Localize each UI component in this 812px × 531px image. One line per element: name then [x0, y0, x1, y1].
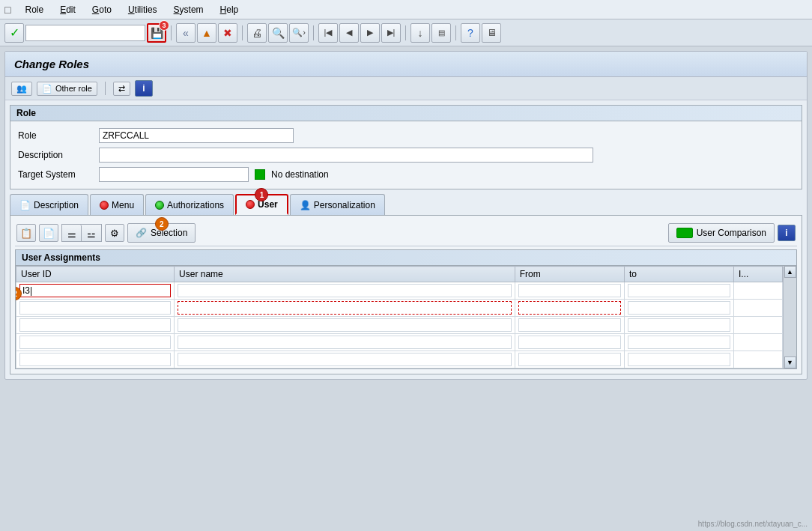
help-button[interactable]: ? — [461, 23, 480, 43]
userid-cell-5[interactable] — [16, 351, 175, 368]
tab-menu[interactable]: Menu — [90, 194, 144, 215]
save-button[interactable]: 💾 3 — [147, 23, 166, 43]
from-input-5[interactable] — [518, 353, 621, 366]
role-input[interactable] — [99, 128, 294, 143]
userid-cell-2[interactable] — [16, 300, 175, 317]
username-cell-3[interactable] — [175, 317, 515, 334]
from-input-2[interactable] — [518, 301, 621, 315]
find-next-button[interactable]: 🔍› — [289, 23, 309, 43]
monitor-button[interactable]: 🖥 — [482, 23, 501, 43]
tab-description[interactable]: 📄 Description — [10, 194, 88, 215]
tab-personalization[interactable]: 👤 Personalization — [290, 194, 385, 215]
no-destination-checkbox[interactable] — [255, 169, 265, 180]
nav-down-button[interactable]: ↓ — [410, 23, 430, 43]
userid-input-2[interactable] — [19, 301, 171, 315]
selection-label: Selection — [151, 228, 187, 238]
to-cell-3[interactable] — [624, 317, 733, 334]
to-cell-2[interactable] — [624, 300, 733, 317]
from-cell-2[interactable] — [515, 300, 624, 317]
userid-cell-1[interactable] — [16, 282, 175, 300]
from-input-3[interactable] — [518, 318, 621, 332]
username-input-4[interactable] — [178, 336, 512, 349]
description-input[interactable] — [99, 148, 593, 163]
info-cell-2 — [734, 300, 783, 317]
table-row — [16, 334, 783, 351]
userid-input-4[interactable] — [19, 336, 171, 349]
from-cell-3[interactable] — [515, 317, 624, 334]
username-input-5[interactable] — [178, 353, 512, 366]
menu-role[interactable]: Role — [22, 4, 46, 16]
userid-input-1[interactable] — [19, 284, 171, 297]
col-info: I... — [734, 267, 783, 282]
user-copy-button[interactable]: 📋 — [16, 224, 36, 242]
tab-authorizations[interactable]: Authorizations — [145, 194, 234, 215]
from-input-1[interactable] — [518, 284, 621, 297]
main-content: Change Roles 👥 📄 Other role ⇄ i Role Rol… — [4, 51, 808, 380]
grid-view-button[interactable]: ⚌ — [62, 225, 82, 242]
from-cell-5[interactable] — [515, 351, 624, 368]
to-input-2[interactable] — [628, 301, 730, 315]
from-cell-1[interactable] — [515, 282, 624, 300]
username-input-2[interactable] — [178, 301, 512, 315]
username-cell-5[interactable] — [175, 351, 515, 368]
to-input-4[interactable] — [628, 336, 730, 349]
info-button[interactable]: i — [135, 80, 153, 97]
command-input[interactable] — [25, 25, 145, 41]
menu-tab-radio — [100, 201, 109, 210]
print-button[interactable]: 🖨 — [247, 23, 267, 43]
from-input-4[interactable] — [518, 336, 621, 349]
username-cell-2[interactable] — [175, 300, 515, 317]
to-cell-5[interactable] — [624, 351, 733, 368]
to-input-1[interactable] — [628, 284, 730, 297]
to-cell-4[interactable] — [624, 334, 733, 351]
divider-1 — [105, 82, 106, 95]
userid-cell-4[interactable] — [16, 334, 175, 351]
user-assignments-section: User Assignments 2 User ID User name — [15, 249, 797, 369]
username-cell-1[interactable] — [175, 282, 515, 300]
scroll-down-button[interactable]: ▼ — [784, 356, 796, 368]
userid-input-3[interactable] — [19, 318, 171, 332]
other-role-button[interactable]: 📄 Other role — [37, 82, 97, 96]
next-button[interactable]: ▶ — [360, 23, 380, 43]
up-button[interactable]: ▲ — [197, 23, 216, 43]
doc-icon: 📄 — [42, 84, 52, 94]
prev-button[interactable]: ◀ — [339, 23, 359, 43]
menu-edit[interactable]: Edit — [58, 4, 78, 16]
people-icon-btn[interactable]: 👥 — [11, 82, 32, 96]
menu-system[interactable]: System — [172, 4, 206, 16]
user-tab-radio — [246, 200, 255, 209]
menu-goto[interactable]: Goto — [90, 4, 114, 16]
toolbar: ✓ 💾 3 « ▲ ✖ 🖨 🔍 🔍› |◀ ◀ ▶ ▶| ↓ ▤ ? 🖥 — [0, 19, 812, 46]
user-info-button[interactable]: i — [778, 225, 796, 241]
target-system-input[interactable] — [99, 167, 249, 182]
settings-button[interactable]: ⚙ — [105, 224, 124, 242]
tab-user[interactable]: User 1 — [235, 194, 288, 215]
to-input-3[interactable] — [628, 318, 730, 332]
menu-tab-label: Menu — [112, 200, 134, 210]
userid-input-5[interactable] — [19, 353, 171, 366]
menu-help[interactable]: Help — [218, 4, 241, 16]
userid-cell-3[interactable] — [16, 317, 175, 334]
back-button[interactable]: « — [176, 23, 196, 43]
icon-group-1: ⚌ ⚍ — [61, 224, 102, 242]
username-input-3[interactable] — [178, 318, 512, 332]
nav-split-button[interactable]: ▤ — [431, 23, 451, 43]
username-cell-4[interactable] — [175, 334, 515, 351]
check-button[interactable]: ✓ — [4, 23, 24, 43]
list-view-button[interactable]: ⚍ — [82, 225, 101, 242]
to-input-5[interactable] — [628, 353, 730, 366]
stop-button[interactable]: ✖ — [218, 23, 237, 43]
last-button[interactable]: ▶| — [381, 23, 401, 43]
menu-utilities[interactable]: Utilities — [126, 4, 160, 16]
to-cell-1[interactable] — [624, 282, 733, 300]
user-comparison-button[interactable]: User Comparison — [668, 223, 775, 243]
user-paste-button[interactable]: 📄 — [39, 224, 58, 242]
scroll-up-button[interactable]: ▲ — [784, 266, 796, 278]
description-label: Description — [18, 150, 93, 160]
separator-2 — [242, 25, 243, 40]
navigate-button[interactable]: ⇄ — [113, 82, 130, 96]
from-cell-4[interactable] — [515, 334, 624, 351]
username-input-1[interactable] — [178, 284, 512, 297]
first-button[interactable]: |◀ — [318, 23, 338, 43]
find-button[interactable]: 🔍 — [268, 23, 288, 43]
